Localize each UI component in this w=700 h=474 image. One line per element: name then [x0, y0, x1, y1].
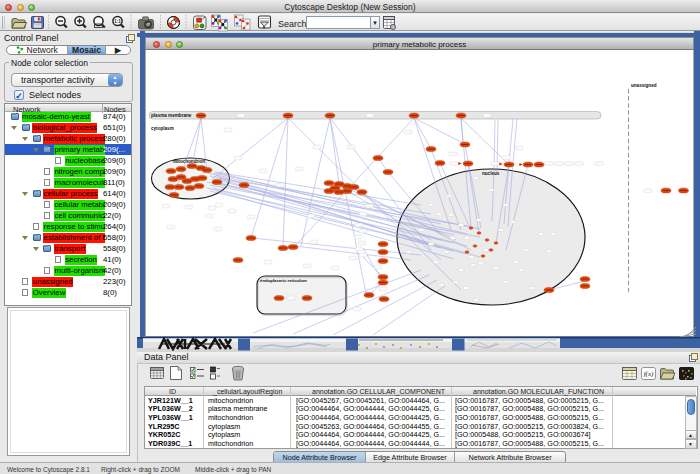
svg-text:endoplasmic reticulum: endoplasmic reticulum: [260, 278, 307, 283]
svg-text:1:1: 1:1: [114, 19, 121, 24]
svg-text:plasma membrane: plasma membrane: [151, 113, 192, 118]
svg-text:f(x): f(x): [644, 370, 654, 378]
svg-text:cytoplasm: cytoplasm: [151, 126, 174, 131]
svg-text:unassigned: unassigned: [631, 83, 657, 88]
